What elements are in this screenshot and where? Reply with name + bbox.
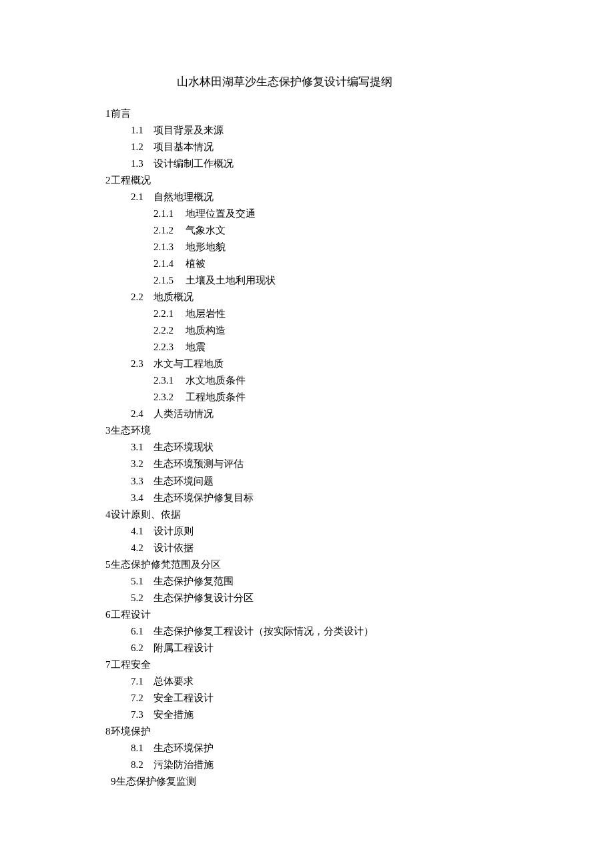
- subsection-item: 8.2污染防治措施: [131, 757, 554, 773]
- section-title: 工程概况: [111, 175, 151, 185]
- subsubsection-text: 地震: [186, 342, 206, 352]
- section-title: 生态保护修复监测: [116, 776, 196, 787]
- subsection-number: 2.2: [131, 289, 154, 306]
- section-heading: 6工程设计: [105, 606, 554, 623]
- subsection-item: 8.1生态环境保护: [131, 740, 554, 757]
- section-number: 5: [105, 559, 111, 570]
- subsubsection-number: 2.1.4: [154, 256, 186, 272]
- subsection-number: 7.1: [131, 673, 154, 690]
- section-number: 8: [105, 726, 111, 737]
- subsection-number: 1.3: [131, 155, 154, 172]
- section-heading: 9生态保护修复监测: [111, 773, 554, 790]
- section-number: 1: [105, 108, 111, 119]
- subsection-number: 8.1: [131, 740, 154, 757]
- section-number: 3: [105, 425, 111, 436]
- subsubsection-number: 2.2.3: [154, 339, 186, 356]
- section-number: 2: [105, 175, 111, 185]
- subsection-number: 3.1: [131, 439, 154, 456]
- subsection-number: 5.2: [131, 590, 154, 606]
- subsubsection-text: 地理位置及交通: [186, 208, 256, 219]
- section-title: 环境保护: [111, 726, 151, 737]
- subsection-text: 生态环境现状: [154, 442, 214, 452]
- subsection-item: 3.4生态环境保护修复目标: [131, 490, 554, 506]
- subsubsection-item: 2.2.1地层岩性: [154, 306, 554, 322]
- section-number: 6: [105, 609, 111, 620]
- subsection-item: 1.3设计编制工作概况: [131, 155, 554, 172]
- subsubsection-text: 地质构造: [186, 325, 226, 336]
- subsection-text: 生态保护修复范围: [154, 576, 234, 586]
- subsection-number: 6.1: [131, 623, 154, 640]
- section-title: 工程设计: [111, 609, 151, 620]
- subsubsection-text: 水文地质条件: [186, 375, 246, 386]
- subsection-text: 项目背景及来源: [154, 125, 224, 135]
- subsection-number: 6.2: [131, 640, 154, 657]
- subsubsection-number: 2.2.1: [154, 306, 186, 322]
- subsection-item: 4.1设计原则: [131, 523, 554, 540]
- subsection-text: 设计依据: [154, 542, 194, 553]
- subsection-item: 5.1生态保护修复范围: [131, 573, 554, 590]
- subsection-text: 生态环境保护修复目标: [154, 492, 254, 503]
- section-number: 7: [105, 659, 111, 670]
- section-heading: 3生态环境: [105, 422, 554, 439]
- subsection-number: 2.3: [131, 356, 154, 372]
- subsection-item: 7.1总体要求: [131, 673, 554, 690]
- subsection-text: 地质概况: [154, 292, 194, 302]
- subsection-number: 3.3: [131, 473, 154, 490]
- section-title: 设计原则、依据: [111, 509, 181, 520]
- subsection-number: 7.2: [131, 690, 154, 707]
- section-heading: 7工程安全: [105, 657, 554, 673]
- subsection-text: 安全措施: [154, 709, 194, 720]
- subsubsection-item: 2.3.1水文地质条件: [154, 372, 554, 389]
- subsection-text: 项目基本情况: [154, 141, 214, 152]
- subsection-item: 7.3安全措施: [131, 707, 554, 723]
- section-number: 9: [111, 776, 116, 787]
- subsection-text: 生态环境问题: [154, 476, 214, 486]
- subsubsection-number: 2.2.2: [154, 322, 186, 339]
- section-title: 前言: [111, 108, 131, 119]
- subsection-item: 1.1项目背景及来源: [131, 122, 554, 139]
- subsection-number: 8.2: [131, 757, 154, 773]
- subsubsection-item: 2.1.4植被: [154, 256, 554, 272]
- subsubsection-text: 工程地质条件: [186, 392, 246, 402]
- subsection-number: 2.4: [131, 406, 154, 422]
- subsection-text: 水文与工程地质: [154, 358, 224, 369]
- section-heading: 2工程概况: [105, 172, 554, 189]
- subsection-item: 4.2设计依据: [131, 540, 554, 556]
- subsubsection-number: 2.3.2: [154, 389, 186, 406]
- subsection-item: 3.3生态环境问题: [131, 473, 554, 490]
- section-heading: 5生态保护修梵范围及分区: [105, 556, 554, 573]
- subsection-item: 2.3水文与工程地质: [131, 356, 554, 372]
- section-heading: 4设计原则、依据: [105, 506, 554, 523]
- subsection-text: 生态保护修复工程设计（按实际情况，分类设计）: [154, 626, 374, 636]
- subsubsection-text: 地形地貌: [186, 242, 226, 252]
- subsection-item: 2.4人类活动情况: [131, 406, 554, 422]
- subsection-number: 1.2: [131, 139, 154, 155]
- subsection-item: 2.2地质概况: [131, 289, 554, 306]
- section-heading: 8环境保护: [105, 723, 554, 740]
- subsection-text: 自然地理概况: [154, 191, 214, 202]
- subsection-number: 4.1: [131, 523, 154, 540]
- subsection-item: 3.2生态环境预测与评估: [131, 456, 554, 472]
- subsubsection-item: 2.1.2气象水文: [154, 222, 554, 239]
- subsection-text: 设计编制工作概况: [154, 158, 234, 169]
- subsection-text: 人类活动情况: [154, 408, 214, 419]
- subsubsection-item: 2.2.3地震: [154, 339, 554, 356]
- subsubsection-text: 地层岩性: [186, 308, 226, 319]
- subsection-number: 3.2: [131, 456, 154, 472]
- subsection-item: 1.2项目基本情况: [131, 139, 554, 155]
- subsubsection-item: 2.3.2工程地质条件: [154, 389, 554, 406]
- subsubsection-text: 土壤及土地利用现状: [186, 275, 276, 286]
- subsection-number: 5.1: [131, 573, 154, 590]
- subsubsection-item: 2.1.1地理位置及交通: [154, 205, 554, 222]
- subsection-number: 3.4: [131, 490, 154, 506]
- section-title: 生态环境: [111, 425, 151, 436]
- subsection-item: 7.2安全工程设计: [131, 690, 554, 707]
- subsubsection-item: 2.2.2地质构造: [154, 322, 554, 339]
- subsection-item: 5.2生态保护修复设计分区: [131, 590, 554, 606]
- subsection-item: 2.1自然地理概况: [131, 189, 554, 205]
- subsection-number: 2.1: [131, 189, 154, 205]
- subsection-number: 7.3: [131, 707, 154, 723]
- subsubsection-number: 2.1.3: [154, 239, 186, 256]
- subsection-number: 1.1: [131, 122, 154, 139]
- subsection-text: 生态环境预测与评估: [154, 458, 244, 469]
